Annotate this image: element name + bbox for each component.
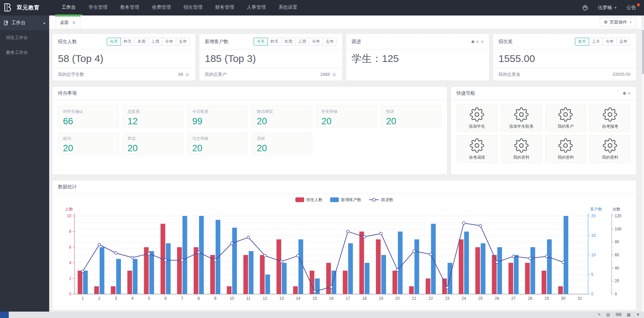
grid-icon[interactable]: ▦ (627, 312, 631, 318)
bar-新增客户数-14[interactable] (298, 240, 303, 294)
point-跟进数-23[interactable] (446, 286, 449, 289)
todo-item-总联系[interactable]: 总联系12 (123, 105, 183, 128)
todo-item-论文审核[interactable]: 论文审核20 (187, 132, 248, 155)
carousel-dot[interactable] (481, 40, 484, 43)
point-跟进数-30[interactable] (562, 261, 565, 263)
filter-button-上周[interactable]: 上周 (148, 38, 162, 45)
point-跟进数-12[interactable] (264, 254, 266, 257)
point-跟进数-22[interactable] (429, 253, 432, 256)
bar-招生人数-3[interactable] (111, 286, 116, 294)
bar-新增客户数-18[interactable] (365, 263, 369, 294)
bar-招生人数-23[interactable] (442, 279, 447, 294)
bar-新增客户数-4[interactable] (133, 259, 137, 294)
filter-button-去年[interactable]: 去年 (323, 38, 337, 45)
filter-button-本周[interactable]: 本周 (281, 38, 295, 45)
bar-招生人数-17[interactable] (343, 271, 348, 294)
quick-nav-item-我的客户[interactable]: 我的客户 (545, 104, 586, 132)
quick-nav-item-自考成绩[interactable]: 自考成绩 (456, 135, 497, 163)
close-icon[interactable]: ✕ (72, 20, 76, 25)
filter-button-本周[interactable]: 本周 (134, 38, 149, 45)
keyboard-icon[interactable]: ⌨ (615, 312, 621, 318)
quick-nav-item-我的资料[interactable]: 我的资料 (501, 135, 542, 163)
point-跟进数-6[interactable] (164, 259, 167, 261)
bar-招生人数-27[interactable] (509, 263, 513, 294)
carousel-dot[interactable] (623, 92, 626, 95)
filter-button-去年[interactable]: 去年 (176, 38, 190, 45)
nav-item-系统设置[interactable]: 系统设置 (272, 0, 304, 15)
nav-item-教务管理[interactable]: 教务管理 (114, 0, 146, 15)
nav-item-财务管理[interactable]: 财务管理 (209, 0, 240, 15)
bar-招生人数-7[interactable] (177, 247, 182, 294)
bar-新增客户数-6[interactable] (166, 243, 171, 294)
bar-招生人数-28[interactable] (525, 263, 530, 294)
point-跟进数-25[interactable] (479, 224, 482, 227)
todo-item-今日联系[interactable]: 今日联系99 (187, 105, 248, 128)
bar-招生人数-1[interactable] (78, 271, 83, 294)
point-跟进数-28[interactable] (529, 257, 532, 260)
filter-button-今年[interactable]: 今年 (309, 38, 323, 45)
legend-item-跟进数[interactable]: 跟进数 (369, 197, 393, 203)
bar-新增客户数-3[interactable] (116, 259, 121, 294)
combo-chart[interactable]: 人数客户数次数024681005101520020406080100120123… (53, 206, 636, 307)
point-跟进数-19[interactable] (380, 232, 382, 235)
filter-button-今天[interactable]: 今天 (107, 38, 121, 45)
panel-icon[interactable]: ▤ (606, 312, 610, 318)
carousel-dot[interactable] (628, 92, 631, 95)
todo-item-学生审核[interactable]: 学生审核20 (316, 105, 377, 128)
point-跟进数-7[interactable] (181, 259, 184, 261)
point-跟进数-27[interactable] (512, 255, 515, 258)
point-跟进数-20[interactable] (396, 268, 399, 271)
bar-招生人数-18[interactable] (359, 231, 364, 294)
page-actions-button[interactable]: ⚙ 页面操作 ▼ (600, 18, 636, 27)
nav-item-工作台[interactable]: 工作台 (55, 0, 82, 15)
bar-新增客户数-8[interactable] (199, 216, 204, 294)
bar-新增客户数-21[interactable] (414, 240, 419, 294)
quick-nav-item-添加学生[interactable]: 添加学生 (456, 104, 497, 132)
pencil-icon[interactable]: ✎ (598, 312, 601, 318)
bar-招生人数-19[interactable] (376, 240, 381, 294)
point-跟进数-17[interactable] (347, 230, 349, 233)
bar-招生人数-13[interactable] (277, 240, 281, 294)
nav-item-招生管理[interactable]: 招生管理 (177, 0, 209, 15)
bar-新增客户数-25[interactable] (481, 243, 485, 294)
nav-item-人事管理[interactable]: 人事管理 (240, 0, 272, 15)
point-跟进数-15[interactable] (313, 290, 316, 293)
bar-招生人数-10[interactable] (227, 286, 231, 294)
bar-新增客户数-26[interactable] (497, 247, 502, 294)
filter-button-昨天[interactable]: 昨天 (267, 38, 282, 45)
filter-button-昨天[interactable]: 昨天 (121, 38, 135, 45)
carousel-dot[interactable] (476, 40, 479, 43)
taskbar-corner[interactable] (0, 312, 9, 318)
quick-nav-item-添加学生联系[interactable]: 添加学生联系 (501, 104, 542, 132)
filter-button-本月[interactable]: 本月 (575, 38, 589, 45)
point-跟进数-29[interactable] (545, 255, 548, 258)
point-跟进数-24[interactable] (462, 222, 465, 224)
point-跟进数-1[interactable] (82, 270, 84, 273)
bar-招生人数-21[interactable] (409, 286, 414, 294)
scrollbar-thumb[interactable] (642, 30, 644, 74)
bar-招生人数-25[interactable] (475, 247, 480, 294)
bar-新增客户数-5[interactable] (149, 251, 154, 294)
bar-新增客户数-24[interactable] (464, 231, 469, 294)
legend-item-招生人数[interactable]: 招生人数 (295, 197, 323, 203)
bar-新增客户数-1[interactable] (83, 271, 88, 294)
bar-新增客户数-7[interactable] (183, 216, 187, 294)
point-跟进数-3[interactable] (115, 252, 117, 254)
bar-新增客户数-2[interactable] (100, 247, 104, 294)
bar-招生人数-11[interactable] (244, 255, 248, 294)
point-跟进数-21[interactable] (413, 250, 415, 252)
bar-招生人数-20[interactable] (392, 271, 397, 294)
bar-新增客户数-12[interactable] (265, 275, 270, 294)
quick-nav-item-自考报考[interactable]: 自考报考 (589, 104, 631, 132)
bar-新增客户数-27[interactable] (514, 255, 519, 294)
filter-button-今年[interactable]: 今年 (603, 38, 617, 45)
todo-item-异议[interactable]: 异议20 (123, 132, 183, 155)
bar-新增客户数-9[interactable] (216, 220, 220, 294)
bar-新增客户数-13[interactable] (282, 263, 287, 294)
bar-招生人数-4[interactable] (127, 271, 132, 294)
quick-nav-item-我的资料[interactable]: 我的资料 (589, 135, 631, 163)
point-跟进数-14[interactable] (297, 254, 299, 257)
filter-button-今天[interactable]: 今天 (254, 38, 268, 45)
todo-item-微信绑定[interactable]: 微信绑定20 (252, 105, 312, 128)
bar-新增客户数-22[interactable] (431, 224, 436, 294)
